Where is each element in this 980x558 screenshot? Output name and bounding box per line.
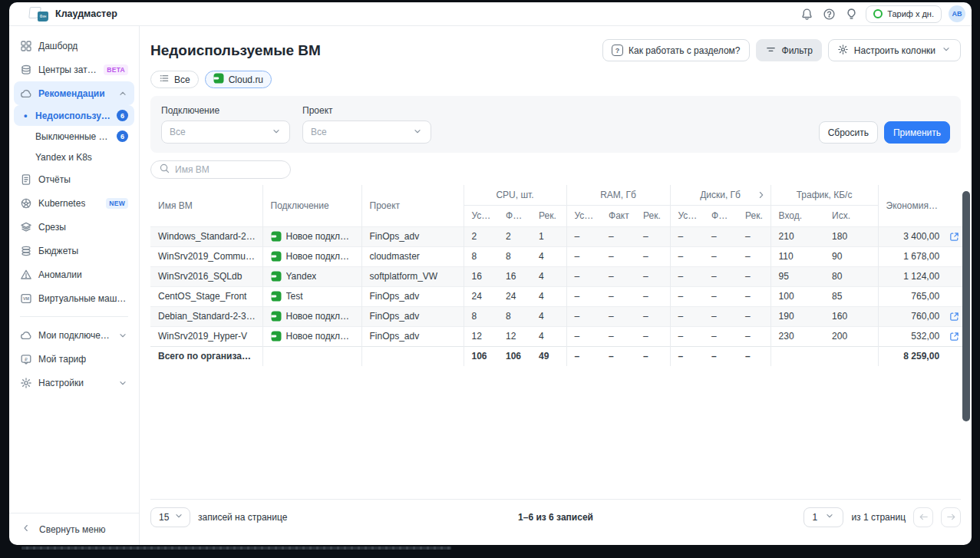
col-subheader[interactable]: Рек. bbox=[635, 205, 670, 226]
chevron-down-icon bbox=[412, 126, 423, 139]
sidebar-item-my-connections[interactable]: Мои подключения bbox=[14, 323, 134, 347]
vm-search[interactable] bbox=[150, 160, 291, 179]
col-subheader[interactable]: Факт bbox=[601, 205, 635, 226]
sidebar-item-kubernetes[interactable]: KubernetesNEW bbox=[14, 191, 134, 215]
connection-cell: Новое подключение 3 bbox=[262, 306, 361, 326]
sidebar-item-slices[interactable]: Срезы bbox=[14, 215, 134, 239]
sidebar-item-yandex-k8s[interactable]: •Yandex и K8s bbox=[14, 147, 134, 167]
open-vm-external-link-icon[interactable] bbox=[949, 231, 960, 243]
help-circle-icon[interactable] bbox=[821, 6, 836, 21]
avatar[interactable]: АВ bbox=[949, 5, 965, 22]
configure-columns-button[interactable]: Настроить колонки bbox=[828, 39, 961, 61]
table-row[interactable]: WinSrv2019_Communicati...Новое подключен… bbox=[150, 246, 964, 266]
project-select[interactable]: Все bbox=[302, 121, 431, 144]
sidebar-item-underutilized-vms[interactable]: •Недоиспользуемые...6 bbox=[14, 105, 134, 126]
vertical-scrollbar[interactable] bbox=[962, 191, 970, 421]
brand[interactable]: Фин Клаудмастер bbox=[29, 6, 117, 21]
new-badge: NEW bbox=[106, 198, 128, 209]
metric-cell: 2 bbox=[498, 226, 531, 246]
col-group-label: RAM, Гб bbox=[600, 190, 636, 200]
metric-cell: 2 bbox=[464, 226, 498, 246]
metric-cell: – bbox=[704, 326, 737, 346]
gear-icon bbox=[837, 44, 849, 58]
col-subheader[interactable]: Устан. bbox=[566, 205, 601, 226]
sidebar-item-powered-off-vms[interactable]: •Выключенные ВМ6 bbox=[14, 126, 134, 147]
metric-cell: 1 bbox=[531, 226, 566, 246]
col-subheader[interactable]: Факт bbox=[498, 205, 531, 226]
sidebar-item-virtual-machines[interactable]: VMВиртуальные машины bbox=[14, 286, 134, 310]
prev-page-button[interactable] bbox=[913, 507, 933, 527]
sidebar-item-anomalies[interactable]: Аномалии bbox=[14, 262, 134, 286]
connection-cell: Новое подключение 1 bbox=[262, 226, 361, 246]
vm-search-input[interactable] bbox=[175, 164, 282, 175]
sidebar-item-budgets[interactable]: Бюджеты bbox=[14, 239, 134, 262]
open-vm-external-link-icon[interactable] bbox=[949, 331, 960, 342]
open-vm-external-link-icon[interactable] bbox=[949, 311, 960, 322]
table-zone: Имя ВМПодключениеПроектCPU, шт.RAM, ГбДи… bbox=[150, 159, 961, 366]
sidebar-item-my-tariff[interactable]: ₽Мой тариф bbox=[14, 347, 134, 371]
metric-cell: – bbox=[670, 246, 704, 266]
lightbulb-icon[interactable] bbox=[843, 6, 859, 21]
reset-button[interactable]: Сбросить bbox=[819, 121, 878, 144]
savings-cell: 1 124,00 bbox=[878, 266, 944, 286]
table-row[interactable]: WinSrv2019_Hyper-VНовое подключение 4Fin… bbox=[150, 326, 964, 346]
col-subheader[interactable]: Факт bbox=[704, 205, 737, 226]
col-header-vm-name[interactable]: Имя ВМ bbox=[150, 185, 262, 226]
col-header-connection[interactable]: Подключение bbox=[262, 185, 361, 226]
table-row[interactable]: Windows_Standard-2-2_2...Новое подключен… bbox=[150, 226, 964, 246]
tab-all[interactable]: Все bbox=[150, 71, 199, 88]
columns-scroll-chevron-icon[interactable] bbox=[756, 190, 767, 200]
metric-cell: 16 bbox=[498, 266, 531, 286]
page-select[interactable]: 1 bbox=[803, 507, 843, 527]
kubernetes-icon bbox=[20, 197, 32, 210]
table-row[interactable]: WinSrv2016_SQLdbYandexsoftplatform_VW161… bbox=[150, 266, 964, 286]
apply-button[interactable]: Применить bbox=[884, 121, 950, 144]
connection-cell: Test bbox=[262, 286, 361, 306]
metric-cell: 4 bbox=[531, 306, 566, 326]
count-badge: 6 bbox=[117, 110, 128, 121]
col-subheader[interactable]: Рек. bbox=[737, 205, 770, 226]
sidebar-item-label: Срезы bbox=[38, 222, 66, 233]
collapse-menu-button[interactable]: Свернуть меню bbox=[9, 513, 139, 545]
sidebar-item-reports[interactable]: Отчёты bbox=[14, 167, 134, 191]
top-actions: Тариф х дн. АВ bbox=[799, 5, 965, 23]
metric-cell: – bbox=[601, 226, 635, 246]
tab-cloudru[interactable]: Cloud.ru bbox=[205, 71, 272, 88]
tariff-pill[interactable]: Тариф х дн. bbox=[866, 5, 942, 23]
sidebar-item-label: Недоиспользуемые... bbox=[35, 111, 111, 121]
notifications-bell-icon[interactable] bbox=[799, 6, 814, 21]
section-help-button[interactable]: ? Как работать с разделом? bbox=[602, 39, 750, 61]
col-header-project[interactable]: Проект bbox=[361, 185, 464, 226]
connection-select[interactable]: Все bbox=[161, 121, 290, 144]
metric-cell: 8 bbox=[498, 246, 531, 266]
col-header-savings[interactable]: Экономия, ₽↓ bbox=[878, 185, 944, 226]
sort-desc-icon[interactable]: ↓ bbox=[942, 200, 944, 211]
metric-cell: – bbox=[635, 226, 670, 246]
traffic-cell: 160 bbox=[824, 306, 878, 326]
col-subheader[interactable]: Вход. bbox=[770, 205, 824, 226]
next-page-button[interactable] bbox=[941, 507, 961, 527]
metric-cell: 12 bbox=[498, 326, 531, 346]
search-icon bbox=[159, 163, 170, 177]
sidebar-item-dashboard[interactable]: Дашборд bbox=[14, 34, 134, 58]
table-row[interactable]: Debian_Standard-2-3_256...Новое подключе… bbox=[150, 306, 964, 326]
logo-fin-badge: Фин bbox=[38, 12, 48, 21]
col-group-1: RAM, Гб bbox=[566, 185, 670, 205]
page-size-select[interactable]: 15 bbox=[150, 507, 190, 527]
filter-button[interactable]: Фильтр bbox=[756, 39, 822, 61]
table-row[interactable]: CentOS_Stage_FrontTestFinOps_adv24244–––… bbox=[150, 286, 964, 306]
top-bar: Фин Клаудмастер Тариф х дн. АВ bbox=[9, 2, 972, 26]
sidebar-item-settings[interactable]: Настройки bbox=[14, 371, 134, 395]
col-subheader[interactable]: Устан. bbox=[464, 205, 498, 226]
chevron-down-icon bbox=[824, 510, 835, 523]
metric-cell: – bbox=[601, 286, 635, 306]
sidebar-item-cost-centers[interactable]: Центры затратBETA bbox=[14, 58, 134, 81]
traffic-cell: 95 bbox=[770, 266, 824, 286]
col-subheader[interactable]: Устан. bbox=[670, 205, 704, 226]
traffic-cell: 230 bbox=[770, 326, 824, 346]
settings-icon bbox=[20, 377, 32, 389]
sidebar-item-label: Kubernetes bbox=[38, 198, 85, 209]
col-subheader[interactable]: Рек. bbox=[531, 205, 566, 226]
col-subheader[interactable]: Исх. bbox=[824, 205, 878, 226]
sidebar-item-recommendations[interactable]: Рекомендации bbox=[14, 81, 134, 105]
